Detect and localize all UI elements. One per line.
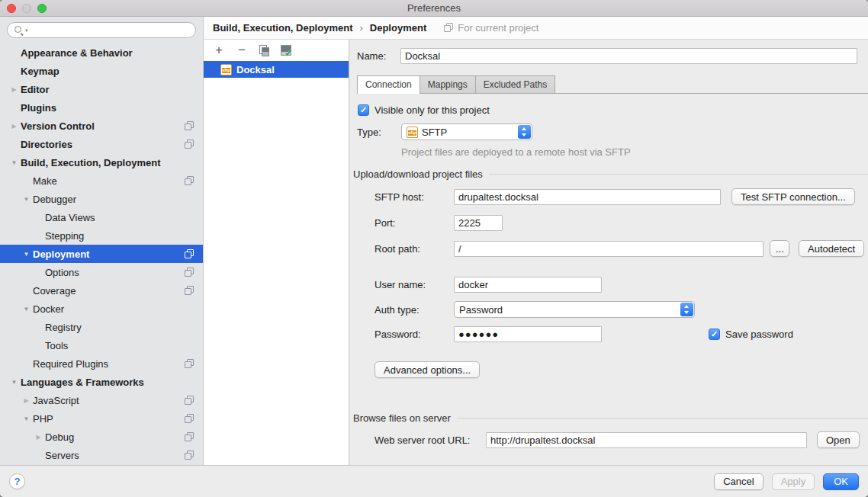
sidebar-item-label: Build, Execution, Deployment	[21, 157, 160, 168]
search-field[interactable]: ▾	[7, 22, 196, 38]
password-label: Password:	[375, 329, 454, 340]
sidebar-item-debugger[interactable]: ▼Debugger	[0, 190, 203, 208]
sidebar-item-servers[interactable]: Servers	[0, 446, 203, 464]
tab-mappings[interactable]: Mappings	[420, 75, 476, 93]
advanced-options-button[interactable]: Advanced options...	[375, 361, 480, 378]
sidebar-item-debug[interactable]: ▶Debug	[0, 428, 203, 446]
sidebar-item-make[interactable]: Make	[0, 172, 203, 190]
server-list-item-docksal[interactable]: sftpDocksal	[204, 61, 349, 78]
sidebar-item-directories[interactable]: Directories	[0, 135, 203, 153]
sidebar-item-label: Registry	[45, 322, 82, 333]
project-settings-icon	[184, 359, 194, 369]
project-settings-icon	[184, 249, 194, 259]
sidebar-item-stepping[interactable]: Stepping	[0, 226, 203, 245]
server-name: Docksal	[236, 64, 275, 75]
name-input[interactable]	[400, 48, 857, 64]
sftp-host-input[interactable]	[454, 189, 721, 205]
sidebar-item-version-control[interactable]: ▶Version Control	[0, 117, 203, 135]
browse-root-path-button[interactable]: ...	[770, 240, 789, 257]
chevron-right-icon[interactable]: ▶	[8, 123, 21, 130]
project-settings-icon	[184, 268, 194, 277]
search-input[interactable]	[30, 25, 189, 36]
user-name-input[interactable]	[454, 277, 602, 293]
sidebar-item-coverage[interactable]: Coverage	[0, 281, 203, 300]
sidebar-item-label: Required Plugins	[33, 358, 108, 370]
sidebar-item-appearance-behavior[interactable]: Appearance & Behavior	[0, 43, 203, 62]
sidebar-item-label: Directories	[21, 139, 72, 150]
visible-only-checkbox[interactable]: ✓	[358, 104, 369, 116]
sidebar-item-languages-frameworks[interactable]: ▼Languages & Frameworks	[0, 373, 203, 391]
chevron-down-icon[interactable]: ▼	[20, 415, 33, 422]
search-row: ▾	[0, 17, 203, 42]
remove-server-button[interactable]: −	[236, 44, 248, 56]
search-options-caret-icon[interactable]: ▾	[25, 27, 28, 34]
auth-type-label: Auth type:	[375, 304, 454, 316]
chevron-down-icon[interactable]: ▼	[8, 379, 21, 386]
sidebar-item-label: Stepping	[45, 230, 84, 242]
deployment-settings-panel: Name: ConnectionMappingsExcluded Paths ✓…	[349, 40, 868, 465]
sidebar-item-required-plugins[interactable]: Required Plugins	[0, 354, 203, 373]
sidebar-item-label: Data Views	[45, 212, 95, 223]
chevron-right-icon[interactable]: ▶	[8, 86, 21, 93]
type-dropdown[interactable]: sftp SFTP	[401, 123, 532, 140]
sidebar-item-keymap[interactable]: Keymap	[0, 62, 203, 80]
use-as-default-icon[interactable]: ✓	[280, 45, 291, 56]
web-root-label: Web server root URL:	[375, 434, 486, 446]
sidebar-item-label: Make	[33, 175, 57, 187]
chevron-down-icon[interactable]: ▼	[20, 251, 33, 258]
sidebar-item-data-views[interactable]: Data Views	[0, 208, 203, 226]
chevron-right-icon[interactable]: ▶	[20, 397, 33, 404]
sidebar-item-label: Coverage	[33, 285, 76, 297]
root-path-input[interactable]	[454, 241, 764, 257]
help-button[interactable]: ?	[9, 473, 25, 489]
sidebar-item-build-execution-deployment[interactable]: ▼Build, Execution, Deployment	[0, 153, 203, 172]
sidebar-item-javascript[interactable]: ▶JavaScript	[0, 391, 203, 409]
test-sftp-connection-button[interactable]: Test SFTP connection...	[731, 188, 855, 205]
scope-indicator: For current project	[443, 22, 538, 34]
chevron-down-icon[interactable]: ▼	[8, 159, 21, 166]
auth-type-dropdown[interactable]: Password	[454, 301, 695, 318]
chevron-right-icon[interactable]: ▶	[32, 434, 45, 441]
tab-excluded-paths[interactable]: Excluded Paths	[475, 75, 555, 93]
sidebar-item-php[interactable]: ▼PHP	[0, 409, 203, 428]
chevron-down-icon[interactable]: ▼	[20, 306, 33, 313]
sidebar-item-label: Plugins	[21, 102, 56, 114]
tab-connection[interactable]: Connection	[357, 75, 420, 94]
sidebar-item-plugins[interactable]: Plugins	[0, 98, 203, 117]
password-input[interactable]	[454, 326, 602, 342]
search-icon	[14, 25, 24, 35]
sidebar-item-label: Servers	[45, 450, 79, 461]
sidebar-item-tools[interactable]: Tools	[0, 336, 203, 354]
window-title: Preferences	[407, 2, 461, 14]
open-button[interactable]: Open	[817, 431, 860, 448]
user-name-label: User name:	[375, 279, 454, 290]
apply-button[interactable]: Apply	[772, 473, 815, 490]
web-root-input[interactable]	[486, 432, 807, 448]
chevron-down-icon[interactable]: ▼	[20, 196, 33, 203]
save-password-row: ✓ Save password	[709, 329, 793, 340]
sidebar-item-label: Docker	[33, 303, 64, 315]
sidebar-item-editor[interactable]: ▶Editor	[0, 80, 203, 98]
minimize-window-button[interactable]	[22, 4, 31, 13]
sftp-file-icon: sftp	[407, 127, 418, 138]
cancel-button[interactable]: Cancel	[714, 473, 763, 490]
zoom-window-button[interactable]	[37, 4, 47, 13]
add-server-button[interactable]: +	[213, 44, 225, 56]
ok-button[interactable]: OK	[823, 473, 859, 490]
close-window-button[interactable]	[7, 4, 16, 13]
sidebar-item-options[interactable]: Options	[0, 263, 203, 281]
sidebar-item-docker[interactable]: ▼Docker	[0, 300, 203, 318]
project-settings-icon	[184, 176, 194, 186]
port-input[interactable]	[454, 215, 503, 231]
breadcrumb-section[interactable]: Build, Execution, Deployment	[213, 22, 352, 34]
autodetect-button[interactable]: Autodetect	[799, 240, 864, 257]
name-label: Name:	[357, 50, 400, 62]
sidebar-item-deployment[interactable]: ▼Deployment	[0, 245, 203, 263]
sidebar-item-registry[interactable]: Registry	[0, 318, 203, 336]
sidebar-item-label: Appearance & Behavior	[21, 47, 133, 59]
auth-type-value: Password	[459, 304, 503, 316]
settings-sidebar: ▾ Appearance & BehaviorKeymap▶EditorPlug…	[0, 17, 204, 465]
dropdown-stepper-icon	[680, 303, 693, 316]
save-password-checkbox[interactable]: ✓	[709, 329, 720, 340]
duplicate-server-icon[interactable]	[259, 45, 269, 56]
